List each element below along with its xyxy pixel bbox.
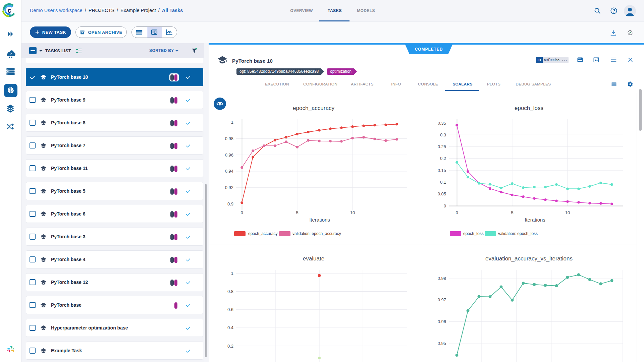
svg-text:0.6: 0.6 [227,307,233,312]
svg-text:0.92: 0.92 [225,185,233,190]
svg-text:10: 10 [350,210,355,215]
svg-text:0.25: 0.25 [438,144,446,149]
svg-text:0.35: 0.35 [438,121,446,126]
svg-text:0.2: 0.2 [227,344,233,349]
svg-text:evaluate: evaluate [303,255,324,262]
svg-text:5: 5 [296,210,298,215]
svg-text:0: 0 [240,210,243,215]
svg-text:validation: epoch_accuracy: validation: epoch_accuracy [292,231,341,236]
svg-text:0.98: 0.98 [225,136,233,141]
svg-text:5: 5 [511,210,513,215]
svg-text:0.96: 0.96 [225,153,233,158]
svg-text:0: 0 [444,203,446,208]
svg-text:0.9: 0.9 [227,201,233,206]
svg-text:0.15: 0.15 [438,168,446,173]
svg-text:0.96: 0.96 [438,319,446,324]
svg-text:0.95: 0.95 [438,341,446,346]
svg-text:0.94: 0.94 [225,169,233,174]
svg-text:1: 1 [231,120,233,125]
svg-text:0.2: 0.2 [440,156,446,161]
svg-text:epoch_loss: epoch_loss [515,105,543,111]
svg-text:c: c [7,6,11,14]
svg-text:validation: epoch_loss: validation: epoch_loss [498,231,538,236]
svg-text:evaluation_accuracy_vs_iterati: evaluation_accuracy_vs_iterations [485,255,573,262]
svg-text:0.4: 0.4 [227,325,233,330]
svg-text:Iterations: Iterations [525,217,545,223]
svg-text:0.98: 0.98 [438,276,446,281]
svg-text:epoch_accuracy: epoch_accuracy [248,231,277,236]
svg-text:0.8: 0.8 [227,289,233,294]
svg-text:0.05: 0.05 [438,191,446,196]
svg-text:0: 0 [455,210,458,215]
svg-text:epoch_accuracy: epoch_accuracy [293,105,334,111]
svg-text:0.1: 0.1 [440,180,446,185]
svg-text:0.3: 0.3 [440,132,446,137]
svg-text:epoch_loss: epoch_loss [463,231,484,236]
svg-text:0.97: 0.97 [438,297,446,302]
svg-text:Iterations: Iterations [309,217,330,223]
svg-text:10: 10 [565,210,570,215]
svg-text:1: 1 [231,271,233,276]
